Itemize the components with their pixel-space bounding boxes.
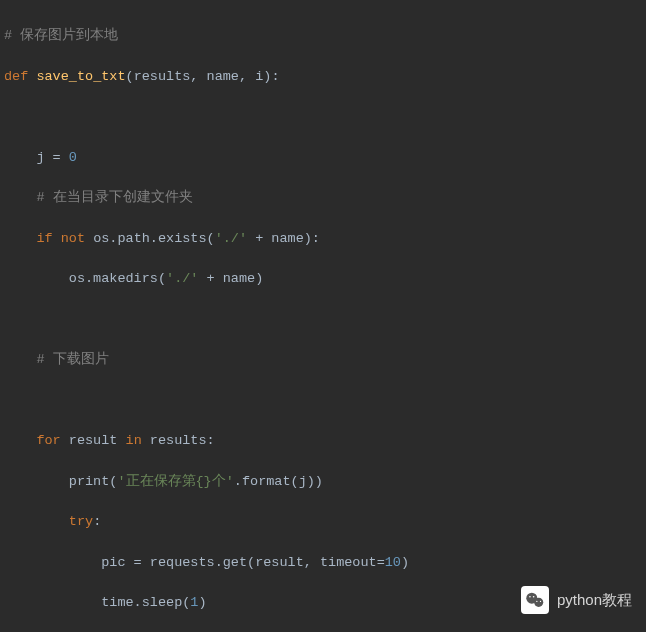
code-line: print('正在保存第{}个'.format(j)): [4, 472, 642, 492]
code-line: if not os.path.exists('./' + name):: [4, 229, 642, 249]
svg-point-1: [534, 598, 543, 607]
code-line: # 在当目录下创建文件夹: [4, 188, 642, 208]
code-editor: # 保存图片到本地 def save_to_txt(results, name,…: [0, 0, 646, 632]
code-line: [4, 310, 642, 330]
svg-point-3: [533, 596, 535, 598]
watermark: python教程: [521, 586, 632, 614]
svg-point-4: [536, 601, 537, 602]
svg-point-5: [540, 601, 541, 602]
svg-point-2: [529, 596, 531, 598]
code-line: # 保存图片到本地: [4, 26, 642, 46]
code-line: [4, 107, 642, 127]
code-line: pic = requests.get(result, timeout=10): [4, 553, 642, 573]
code-line: # 下载图片: [4, 350, 642, 370]
code-line: for result in results:: [4, 431, 642, 451]
code-line: j = 0: [4, 148, 642, 168]
code-line: try:: [4, 512, 642, 532]
code-line: def save_to_txt(results, name, i):: [4, 67, 642, 87]
code-line: [4, 391, 642, 411]
wechat-icon: [521, 586, 549, 614]
watermark-text: python教程: [557, 589, 632, 612]
code-line: os.makedirs('./' + name): [4, 269, 642, 289]
